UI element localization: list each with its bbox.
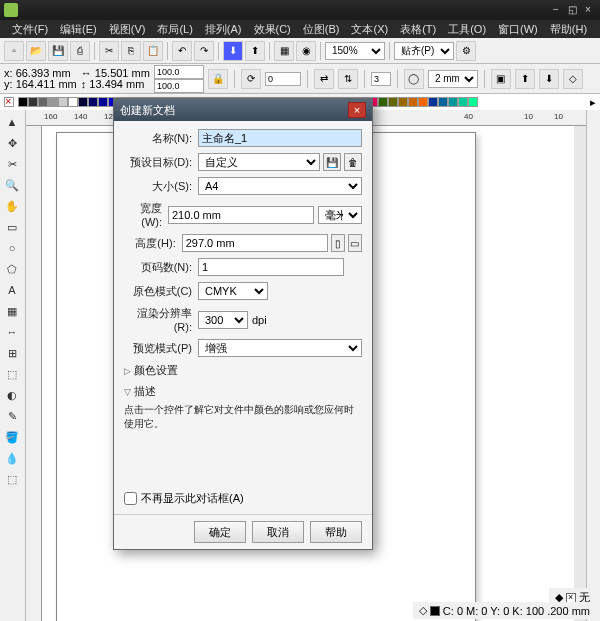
color-swatch[interactable] (438, 97, 448, 107)
tool-15[interactable]: 🪣 (2, 427, 22, 447)
color-swatch[interactable] (448, 97, 458, 107)
tool-8[interactable]: A (2, 280, 22, 300)
fill-swatch[interactable]: × (566, 593, 576, 603)
tool-16[interactable]: 💧 (2, 448, 22, 468)
tool-14[interactable]: ✎ (2, 406, 22, 426)
description-section[interactable]: ▽描述 (124, 384, 362, 399)
color-swatch[interactable] (408, 97, 418, 107)
tool-11[interactable]: ⊞ (2, 343, 22, 363)
dialog-close-button[interactable]: × (348, 102, 366, 118)
landscape-icon[interactable]: ▭ (348, 234, 362, 252)
preset-select[interactable]: 自定义 (198, 153, 320, 171)
app-launcher-button[interactable]: ▦ (274, 41, 294, 61)
menu-item[interactable]: 布局(L) (151, 20, 198, 38)
color-swatch[interactable] (398, 97, 408, 107)
color-swatch[interactable] (458, 97, 468, 107)
vertical-scrollbar[interactable] (574, 126, 586, 621)
color-swatch[interactable] (428, 97, 438, 107)
tool-13[interactable]: ◐ (2, 385, 22, 405)
undo-button[interactable]: ↶ (172, 41, 192, 61)
options-button[interactable]: ⚙ (456, 41, 476, 61)
color-settings-section[interactable]: ▷颜色设置 (124, 363, 362, 378)
snap-select[interactable]: 贴齐(P) (394, 42, 454, 60)
color-swatch[interactable] (88, 97, 98, 107)
portrait-icon[interactable]: ▯ (331, 234, 345, 252)
palette-scroll-right-icon[interactable]: ▸ (590, 96, 596, 109)
new-button[interactable]: ▫ (4, 41, 24, 61)
menu-item[interactable]: 表格(T) (394, 20, 442, 38)
size-select[interactable]: A4 (198, 177, 362, 195)
cut-button[interactable]: ✂ (99, 41, 119, 61)
outline-width-select[interactable]: 2 mm (428, 70, 478, 88)
welcome-button[interactable]: ◉ (296, 41, 316, 61)
preview-select[interactable]: 增强 (198, 339, 362, 357)
export-button[interactable]: ⬆ (245, 41, 265, 61)
color-swatch[interactable] (18, 97, 28, 107)
outline-swatch[interactable] (430, 606, 440, 616)
paste-button[interactable]: 📋 (143, 41, 163, 61)
sides-input[interactable] (371, 72, 391, 86)
tool-0[interactable]: ▲ (2, 112, 22, 132)
colormode-select[interactable]: CMYK (198, 282, 268, 300)
color-swatch[interactable] (388, 97, 398, 107)
cancel-button[interactable]: 取消 (252, 521, 304, 543)
name-input[interactable] (198, 129, 362, 147)
menu-item[interactable]: 视图(V) (103, 20, 152, 38)
height-input[interactable] (182, 234, 328, 252)
no-fill-swatch[interactable] (4, 97, 14, 107)
color-swatch[interactable] (28, 97, 38, 107)
maximize-button[interactable]: ◱ (564, 3, 580, 17)
help-button[interactable]: 帮助 (310, 521, 362, 543)
menu-item[interactable]: 效果(C) (248, 20, 297, 38)
lock-ratio-button[interactable]: 🔒 (208, 69, 228, 89)
tool-12[interactable]: ⬚ (2, 364, 22, 384)
mirror-h-button[interactable]: ⇄ (314, 69, 334, 89)
close-button[interactable]: × (580, 3, 596, 17)
menu-item[interactable]: 文件(F) (6, 20, 54, 38)
front-button[interactable]: ⬆ (515, 69, 535, 89)
save-button[interactable]: 💾 (48, 41, 68, 61)
copy-button[interactable]: ⎘ (121, 41, 141, 61)
color-swatch[interactable] (68, 97, 78, 107)
menu-item[interactable]: 文本(X) (345, 20, 394, 38)
color-swatch[interactable] (38, 97, 48, 107)
menu-item[interactable]: 编辑(E) (54, 20, 103, 38)
tool-10[interactable]: ↔ (2, 322, 22, 342)
save-preset-icon[interactable]: 💾 (323, 153, 341, 171)
width-input[interactable] (168, 206, 314, 224)
tool-2[interactable]: ✂ (2, 154, 22, 174)
color-swatch[interactable] (48, 97, 58, 107)
angle-input[interactable] (265, 72, 301, 86)
color-swatch[interactable] (418, 97, 428, 107)
wrap-button[interactable]: ▣ (491, 69, 511, 89)
tool-4[interactable]: ✋ (2, 196, 22, 216)
noshow-checkbox-row[interactable]: 不再显示此对话框(A) (124, 491, 362, 506)
tool-9[interactable]: ▦ (2, 301, 22, 321)
convert-button[interactable]: ◇ (563, 69, 583, 89)
zoom-select[interactable]: 150% (325, 42, 385, 60)
menu-item[interactable]: 位图(B) (297, 20, 346, 38)
tool-3[interactable]: 🔍 (2, 175, 22, 195)
import-button[interactable]: ⬇ (223, 41, 243, 61)
menu-item[interactable]: 排列(A) (199, 20, 248, 38)
color-swatch[interactable] (378, 97, 388, 107)
minimize-button[interactable]: − (548, 3, 564, 17)
print-button[interactable]: ⎙ (70, 41, 90, 61)
tool-17[interactable]: ⬚ (2, 469, 22, 489)
tool-6[interactable]: ○ (2, 238, 22, 258)
tool-7[interactable]: ⬠ (2, 259, 22, 279)
color-swatch[interactable] (468, 97, 478, 107)
color-swatch[interactable] (98, 97, 108, 107)
delete-preset-icon[interactable]: 🗑 (344, 153, 362, 171)
dpi-select[interactable]: 300 (198, 311, 248, 329)
menu-item[interactable]: 帮助(H) (544, 20, 593, 38)
color-swatch[interactable] (58, 97, 68, 107)
dialog-titlebar[interactable]: 创建新文档 × (114, 99, 372, 121)
back-button[interactable]: ⬇ (539, 69, 559, 89)
pages-input[interactable] (198, 258, 344, 276)
outline-button[interactable]: ◯ (404, 69, 424, 89)
width-unit-select[interactable]: 毫米 (318, 206, 362, 224)
open-button[interactable]: 📂 (26, 41, 46, 61)
noshow-checkbox[interactable] (124, 492, 137, 505)
tool-1[interactable]: ✥ (2, 133, 22, 153)
